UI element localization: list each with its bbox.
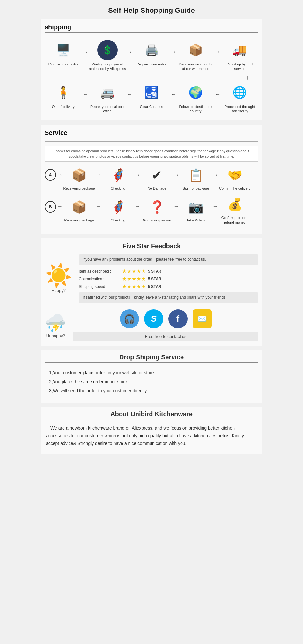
take-videos-label: Take Videos [186, 218, 205, 222]
stars-1: ★★★★★ [122, 268, 146, 274]
arrow-a2: → [134, 172, 141, 178]
about-section: About Unibird Kitchenware We are a newbo… [41, 407, 262, 454]
drop-item-2: 2,You place the same order in our store. [49, 377, 254, 386]
service-b-4: 📷 Take Videos [180, 198, 212, 222]
step-b-circle: B [45, 201, 56, 213]
bottom-bubble: If satisfied with our products，kindly le… [79, 292, 258, 303]
goods-question-label: Goods in question [143, 218, 171, 222]
email-icon[interactable]: ✉️ [193, 309, 212, 328]
shipping-row-2: 🧍 Out of delivery ← 🚐 Depart your local … [45, 82, 258, 114]
feedback-title: Five Star Feedback [45, 243, 258, 251]
take-videos-icon: 📷 [186, 198, 205, 217]
arrow-7: ← [170, 91, 177, 98]
sign-package-label: Sign for package [183, 186, 209, 191]
service-a-3: ✔ No Damage [141, 166, 173, 191]
unhappy-right: 🎧 S f ✉️ Free free to contact us [73, 309, 258, 341]
rating-label-2: Coumnication : [79, 277, 120, 281]
checking-label-b: Checking [111, 218, 125, 222]
main-title: Self-Help Shopping Guide [41, 6, 262, 15]
receive-package-icon-b: 📦 [70, 198, 89, 217]
arrow-3: → [170, 49, 177, 56]
rating-label-3: Shipping speed : [79, 284, 120, 289]
arrow-5: ← [82, 91, 89, 98]
service-row-b: B → 📦 Receiving package → 🦸 Checking → ❓… [45, 195, 258, 225]
rating-row-3: Shipping speed : ★★★★★ 5 STAR [79, 283, 258, 289]
star-value-3: 5 STAR [148, 284, 161, 289]
drop-item-3: 3,We will send the order to your custome… [49, 386, 254, 395]
service-row-a: A → 📦 Receiveing package → 🦸 Checking → … [45, 166, 258, 191]
sun-icon: ☀️ [45, 264, 72, 287]
pack-icon: 📦 [185, 40, 206, 60]
arrow-b3: → [173, 203, 180, 210]
about-text: We are a newborn kitchenware brand on Al… [45, 422, 258, 450]
headset-icon[interactable]: 🎧 [120, 309, 139, 328]
flow-item-3: 🖨️ Prepare your order [133, 40, 170, 71]
service-header: Service [45, 129, 258, 138]
destination-icon: 🌍 [185, 82, 206, 103]
payment-label: Waiting for payment realeased by Aliexpr… [89, 62, 126, 71]
service-b-2: 🦸 Checking [102, 198, 134, 222]
payment-icon: 💲 [97, 40, 118, 60]
arrow-b1: → [95, 203, 102, 210]
arrow-b2: → [134, 203, 141, 210]
unhappy-row: ⛈️ Unhappy? 🎧 S f ✉️ Free free to contac… [45, 309, 258, 341]
happy-left: ☀️ Happy? [45, 264, 72, 293]
prepare-icon: 🖨️ [141, 40, 162, 60]
happy-label: Happy? [45, 288, 72, 293]
flow-item-9: 🌍 Folown to destination country [177, 82, 214, 114]
pickup-label: Picjed up by mail service [221, 62, 258, 71]
checking-icon-b: 🦸 [108, 198, 128, 217]
arrow-b0: → [56, 203, 63, 210]
service-section: Service Thanks for choosing apeman produ… [41, 125, 262, 234]
customs-icon: 🛃 [141, 82, 162, 103]
confirm-refund-label: Confirm problem, refund money [219, 215, 251, 225]
flow-item-1: 🖥️ Receive your order [45, 40, 82, 71]
receive-order-label: Receive your order [48, 62, 78, 71]
out-delivery-label: Out of delivery [52, 104, 75, 113]
service-a-1: 📦 Receiveing package [63, 166, 95, 191]
drop-title: Drop Shiping Service [45, 354, 258, 363]
out-delivery-icon: 🧍 [53, 82, 73, 103]
goods-question-icon: ❓ [147, 198, 166, 217]
about-title: About Unibird Kitchenware [45, 410, 258, 419]
stars-3: ★★★★★ [122, 283, 146, 289]
arrow-2: → [126, 49, 133, 56]
contact-icons: 🎧 S f ✉️ [73, 309, 258, 328]
confirm-delivery-icon: 🤝 [225, 166, 244, 185]
flow-item-2: 💲 Waiting for payment realeased by Aliex… [89, 40, 126, 71]
arrow-b4: → [212, 203, 219, 210]
depart-icon: 🚐 [97, 82, 118, 103]
skype-icon[interactable]: S [144, 309, 163, 328]
unhappy-label: Unhappy? [45, 333, 67, 338]
rating-label-1: Item as described : [79, 269, 120, 273]
receive-package-icon-a: 📦 [70, 166, 89, 185]
arrow-a0: → [56, 172, 63, 178]
sort-label: Processed throught sort facility [221, 104, 258, 114]
depart-label: Depart your local post office [89, 104, 126, 114]
service-b-1: 📦 Receiving package [63, 198, 95, 222]
flow-item-6: 🧍 Out of delivery [45, 82, 82, 113]
cloud-icon: ⛈️ [45, 313, 67, 333]
step-a-circle: A [45, 169, 56, 181]
facebook-icon[interactable]: f [168, 309, 188, 328]
shipping-section: shipping 🖥️ Receive your order → 💲 Waiti… [41, 19, 262, 120]
no-damage-icon: ✔ [147, 166, 166, 185]
arrow-1: → [82, 49, 89, 56]
arrow-6: ← [126, 91, 133, 98]
arrow-a3: → [173, 172, 180, 178]
flow-item-10: 🌐 Processed throught sort facility [221, 82, 258, 114]
drop-list: 1,Your customer place order on your webs… [45, 365, 258, 398]
drop-section: Drop Shiping Service 1,Your customer pla… [41, 350, 262, 403]
prepare-label: Prepare your order [137, 62, 166, 71]
shipping-row-1: 🖥️ Receive your order → 💲 Waiting for pa… [45, 40, 258, 71]
checking-icon-a: 🦸 [108, 166, 128, 185]
confirm-refund-icon: 💰 [225, 195, 244, 214]
confirm-delivery-label: Confirm the delivery [219, 186, 250, 191]
flow-item-8: 🛃 Clear Customs [133, 82, 170, 113]
service-a-5: 🤝 Confirm the delivery [219, 166, 251, 191]
stars-2: ★★★★★ [122, 276, 146, 282]
drop-item-1: 1,Your customer place order on your webs… [49, 368, 254, 377]
service-a-4: 📋 Sign for package [180, 166, 212, 191]
contact-label-box: Free free to contact us [73, 332, 258, 341]
contact-label: Free free to contact us [73, 332, 258, 341]
